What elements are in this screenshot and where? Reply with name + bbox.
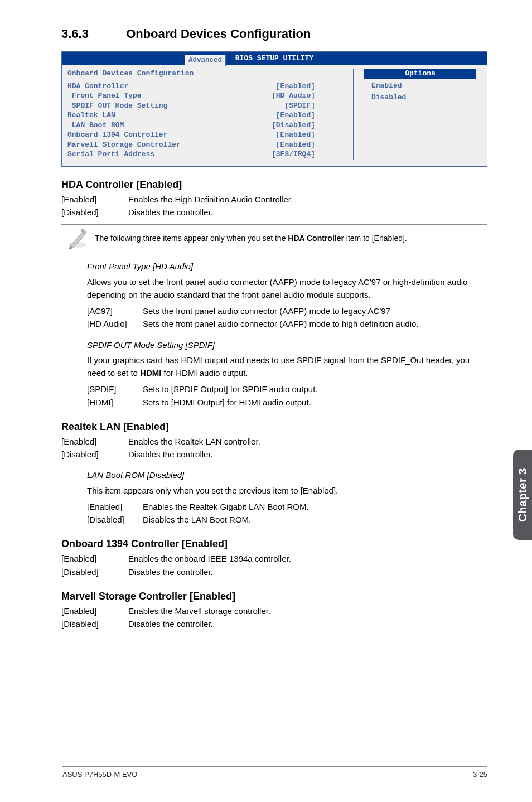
setting-option-row: [Enabled] Enables the Realtek Gigabit LA… (87, 500, 487, 526)
bios-help-panel: Options Enabled Disabled (353, 69, 481, 160)
subheading-1394: Onboard 1394 Controller [Enabled] (61, 538, 487, 550)
paragraph: Allows you to set the front panel audio … (87, 276, 487, 302)
option-desc: Enables the Marvell storage controller. (128, 605, 487, 617)
option-label: [HDMI] (87, 396, 143, 409)
setting-option-row: [Enabled] Enables the Realtek LAN contro… (61, 435, 487, 461)
subheading-realtek: Realtek LAN [Enabled] (61, 421, 487, 433)
bios-window: BIOS SETUP UTILITY Advanced Onboard Devi… (61, 51, 487, 167)
note-callout: The following three items appear only wh… (61, 224, 487, 252)
section-number: 3.6.3 (61, 27, 123, 41)
paragraph: If your graphics card has HDMI output an… (87, 354, 487, 380)
option-desc: Enables the onboard IEEE 1394a controlle… (128, 552, 487, 565)
setting-option-row: [AC97] Sets the front panel audio connec… (87, 305, 487, 331)
bios-setting-row: Realtek LAN[Enabled] (67, 110, 349, 120)
option-label: [Enabled] (61, 193, 128, 206)
bios-title: BIOS SETUP UTILITY (235, 54, 313, 64)
bios-panel-heading: Onboard Devices Configuration (67, 69, 349, 79)
option-desc: Sets to [SPDIF Output] for SPDIF audio o… (143, 383, 487, 395)
option-label: [Enabled] (61, 435, 128, 448)
subheading-lanboot: LAN Boot ROM [Disabled] (87, 468, 487, 481)
option-desc: Sets the front panel audio connector (AA… (143, 317, 487, 330)
footer-page: 3-25 (473, 770, 487, 779)
section-title-text: Onboard Devices Configuration (126, 27, 311, 41)
subheading-marvell: Marvell Storage Controller [Enabled] (61, 591, 487, 602)
option-label: [Enabled] (61, 552, 128, 565)
option-label: [Disabled] (61, 448, 128, 461)
bios-option-value: Enabled (371, 81, 402, 91)
option-label: [AC97] (87, 305, 143, 317)
bios-setting-row: LAN Boot ROM[Disabled] (67, 120, 349, 131)
option-desc: Disables the controller. (128, 566, 487, 578)
bios-options-title: Options (364, 69, 476, 79)
bios-option-value: Disabled (371, 93, 406, 103)
setting-option-row: [Enabled] Enables the onboard IEEE 1394a… (61, 552, 487, 578)
bios-titlebar: BIOS SETUP UTILITY Advanced (62, 52, 487, 65)
bios-setting-row: Serial Port1 Address[3F8/IRQ4] (67, 149, 349, 160)
option-label: [Enabled] (87, 500, 143, 513)
option-desc: Sets the front panel audio connector (AA… (143, 305, 487, 317)
option-desc: Disables the controller. (128, 617, 487, 630)
option-label: [Disabled] (61, 566, 128, 578)
option-label: [HD Audio] (87, 317, 143, 330)
subheading-spdif: SPDIF OUT Mode Setting [SPDIF] (87, 339, 487, 351)
bios-left-panel: Onboard Devices Configuration HDA Contro… (67, 69, 353, 160)
section-heading: 3.6.3 Onboard Devices Configuration (61, 27, 487, 41)
option-desc: Enables the Realtek LAN controller. (128, 435, 487, 448)
footer-product: ASUS P7H55D-M EVO (62, 770, 137, 779)
paragraph: This item appears only when you set the … (87, 484, 487, 497)
option-label: [Enabled] (61, 605, 128, 617)
note-text: The following three items appear only wh… (94, 228, 487, 248)
bios-setting-row: SPDIF OUT Mode Setting[SPDIF] (67, 101, 349, 111)
option-label: [SPDIF] (87, 383, 143, 395)
bios-separator (67, 79, 349, 79)
page-footer: ASUS P7H55D-M EVO 3-25 (62, 766, 487, 779)
bios-setting-row: Onboard 1394 Controller[Enabled] (67, 130, 349, 140)
option-desc: Disables the controller. (128, 448, 487, 461)
subheading-hda: HDA Controller [Enabled] (61, 179, 487, 191)
option-desc: Sets to [HDMI Output] for HDMI audio out… (143, 396, 487, 409)
option-desc: Disables the controller. (128, 206, 487, 219)
option-desc: Enables the Realtek Gigabit LAN Boot ROM… (143, 500, 487, 513)
bios-setting-row: Front Panel Type[HD Audio] (67, 91, 349, 101)
option-label: [Disabled] (61, 206, 128, 219)
option-desc: Enables the High Definition Audio Contro… (128, 193, 487, 206)
chapter-label: Chapter 3 (516, 468, 529, 522)
bios-setting-row: Marvell Storage Controller[Enabled] (67, 140, 349, 150)
subheading-fpt: Front Panel Type [HD Audio] (87, 260, 487, 273)
chapter-tab: Chapter 3 (513, 450, 532, 540)
option-desc: Disables the LAN Boot ROM. (143, 513, 487, 526)
setting-option-row: [Enabled] Enables the High Definition Au… (61, 193, 487, 219)
option-label: [Disabled] (87, 513, 143, 526)
bios-setting-row: HDA Controller[Enabled] (67, 81, 349, 91)
bios-tab: Advanced (185, 55, 226, 66)
pencil-icon (61, 225, 94, 252)
setting-option-row: [Enabled] Enables the Marvell storage co… (61, 605, 487, 631)
option-label: [Disabled] (61, 617, 128, 630)
setting-option-row: [SPDIF] Sets to [SPDIF Output] for SPDIF… (87, 383, 487, 409)
